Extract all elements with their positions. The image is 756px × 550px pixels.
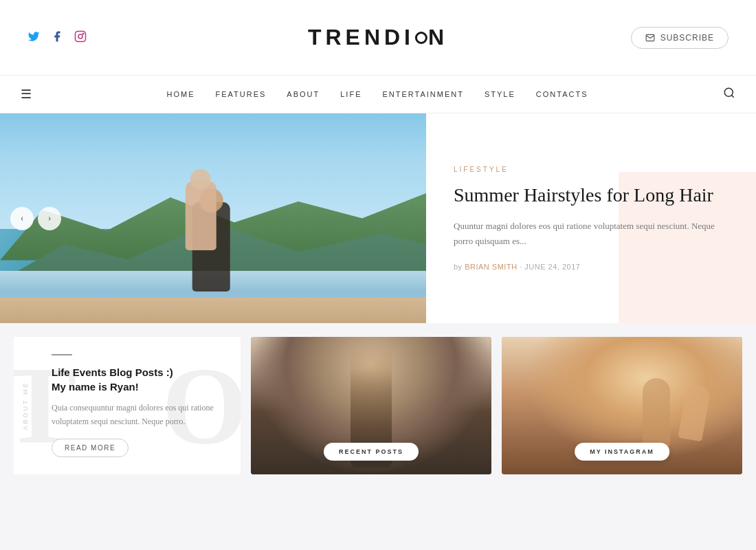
subscribe-label: SUBSCRIBE: [660, 33, 714, 43]
prev-arrow-icon: ‹: [21, 213, 24, 224]
site-header: TRENDIN SUBSCRIBE: [0, 0, 756, 76]
recent-posts-card[interactable]: RECENT POSTS: [251, 337, 491, 474]
instagram-badge[interactable]: MY INSTAGRAM: [575, 443, 669, 461]
search-icon[interactable]: [723, 87, 735, 102]
hamburger-menu[interactable]: ☰: [21, 87, 32, 102]
subscribe-button[interactable]: SUBSCRIBE: [631, 27, 729, 49]
main-nav: ☰ HOME FEATURES ABOUT LIFE ENTERTAINMENT…: [0, 76, 756, 113]
svg-rect-0: [76, 31, 86, 41]
logo-ring: [415, 32, 427, 44]
about-side-label: ABOUT ME: [22, 382, 29, 430]
main-content: ‹ › LIFESTYLE Summer Hairstyles for Long…: [0, 113, 756, 323]
mail-icon: [645, 33, 655, 43]
nav-item-contacts[interactable]: CONTACTS: [536, 90, 588, 98]
instagram-icon[interactable]: [74, 30, 87, 45]
about-title: Life Events Blog Posts :) My name is Rya…: [52, 365, 220, 394]
hero-text-area: LIFESTYLE Summer Hairstyles for Long Hai…: [426, 113, 756, 323]
nav-item-features[interactable]: FEATURES: [215, 90, 266, 98]
nav-links: HOME FEATURES ABOUT LIFE ENTERTAINMENT S…: [166, 90, 588, 98]
hero-category: LIFESTYLE: [454, 166, 729, 173]
facebook-icon[interactable]: [51, 30, 63, 45]
hero-date: JUNE 24, 2017: [524, 263, 580, 271]
read-more-button[interactable]: READ MORE: [52, 439, 129, 457]
svg-point-2: [82, 33, 84, 34]
hero-author-link[interactable]: BRIAN SMITH: [465, 263, 517, 271]
nav-item-about[interactable]: ABOUT: [287, 90, 320, 98]
about-text: Quia consequuntur magni dolores eos qui …: [52, 401, 220, 429]
hero-image: ‹ ›: [0, 113, 426, 323]
about-title-line2: My name is Ryan!: [52, 380, 220, 394]
svg-point-1: [78, 34, 82, 38]
social-links: [27, 30, 87, 45]
next-arrow-icon: ›: [48, 213, 52, 224]
bottom-section: T O ABOUT ME Life Events Blog Posts :) M…: [0, 323, 756, 474]
recent-posts-badge[interactable]: RECENT POSTS: [324, 443, 419, 461]
hero-excerpt: Quuntur magni dolores eos qui ratione vo…: [454, 219, 729, 249]
hero-title: Summer Hairstyles for Long Hair: [454, 183, 729, 208]
nav-item-style[interactable]: STYLE: [485, 90, 515, 98]
hero-meta: by BRIAN SMITH · JUNE 24, 2017: [454, 263, 729, 271]
about-divider: [52, 354, 72, 355]
about-content: Life Events Blog Posts :) My name is Rya…: [34, 354, 220, 457]
hero-next-button[interactable]: ›: [38, 207, 61, 230]
nav-item-entertainment[interactable]: ENTERTAINMENT: [382, 90, 464, 98]
twitter-icon[interactable]: [27, 30, 40, 45]
svg-line-4: [731, 95, 733, 97]
about-title-line1: Life Events Blog Posts :): [52, 365, 220, 380]
instagram-card[interactable]: MY INSTAGRAM: [502, 337, 742, 474]
hero-people: [192, 202, 230, 292]
hero-prev-button[interactable]: ‹: [10, 207, 34, 230]
nav-item-life[interactable]: LIFE: [340, 90, 362, 98]
site-logo[interactable]: TRENDIN: [308, 25, 448, 50]
svg-point-3: [724, 88, 733, 96]
hero-by-label: by: [454, 263, 463, 271]
about-card: T O ABOUT ME Life Events Blog Posts :) M…: [14, 337, 241, 474]
nav-item-home[interactable]: HOME: [166, 90, 194, 98]
